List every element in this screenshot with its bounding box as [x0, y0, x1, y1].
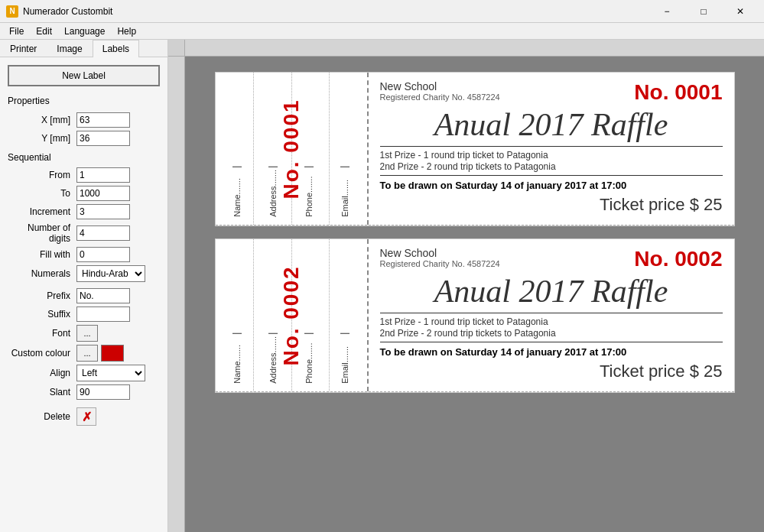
to-row: To [8, 186, 160, 201]
slant-label: Slant [8, 387, 76, 397]
fill-label: Fill with [8, 249, 76, 260]
sequential-title: Sequential [8, 152, 160, 163]
stub-field-name-2: Name....... [232, 333, 242, 384]
align-label: Align [8, 368, 76, 378]
minimize-button[interactable]: − [649, 0, 684, 23]
app-icon: N [6, 5, 18, 18]
svg-rect-1 [168, 57, 185, 532]
tab-printer[interactable]: Printer [0, 40, 47, 57]
ticket-main-2: New School Registered Charity No. 458722… [369, 239, 734, 391]
title-bar: N Numerador Custombit − □ ✕ [0, 0, 764, 23]
x-label: X [mm] [8, 115, 76, 125]
fill-input[interactable] [76, 247, 130, 262]
ticket-header-2: New School Registered Charity No. 458722… [380, 247, 723, 271]
canvas-inner: No. 0001 Name....... Address....... Phon… [185, 57, 764, 408]
slant-row: Slant [8, 384, 160, 400]
digits-label: Number of digits [8, 222, 76, 244]
title-bar-controls: − □ ✕ [649, 0, 758, 23]
close-button[interactable]: ✕ [723, 0, 758, 23]
ticket-gap [200, 226, 749, 238]
x-input[interactable] [76, 112, 130, 128]
align-select[interactable]: Left Center Right [76, 365, 145, 381]
digits-input[interactable] [76, 225, 130, 241]
tab-labels[interactable]: Labels [93, 40, 139, 57]
font-label: Font [8, 328, 76, 339]
ticket-2: No. 0002 Name....... Address....... Phon… [216, 239, 734, 392]
new-label-button[interactable]: New Label [8, 65, 160, 86]
delete-button[interactable]: ✗ [76, 407, 96, 426]
prefix-input[interactable] [76, 288, 130, 303]
prefix-row: Prefix [8, 288, 160, 303]
from-input[interactable] [76, 167, 130, 183]
ruler-vertical [168, 57, 185, 532]
colour-swatch [101, 345, 124, 362]
prefix-label: Prefix [8, 290, 76, 301]
menu-bar: File Edit Language Help [0, 23, 764, 40]
stub-field-address-2: Address....... [268, 333, 278, 384]
menu-edit[interactable]: Edit [30, 24, 58, 38]
colour-row: Custom colour ... [8, 345, 160, 362]
numerals-select[interactable]: Hindu-Arab Arabic Roman Thai [76, 265, 145, 282]
numerals-label: Numerals [8, 268, 76, 279]
stub-field-phone-1: Phone....... [304, 167, 314, 217]
stub-field-address-1: Address....... [268, 167, 278, 217]
panel-content: New Label Properties X [mm] Y [mm] Seque… [0, 57, 167, 532]
ticket-charity-2: Registered Charity No. 4587224 [380, 259, 500, 268]
font-button[interactable]: ... [76, 325, 98, 342]
to-label: To [8, 188, 76, 199]
ticket-stub-2: No. 0002 Name....... Address....... Phon… [216, 239, 369, 391]
menu-language[interactable]: Language [58, 24, 111, 38]
slant-input[interactable] [76, 384, 130, 400]
y-label: Y [mm] [8, 133, 76, 144]
app-title: Numerador Custombit [23, 6, 112, 17]
svg-rect-0 [185, 40, 764, 57]
ticket-prize1-2: 1st Prize - 1 round trip ticket to Patag… [380, 316, 723, 327]
stub-field-email-2: Email....... [340, 333, 349, 384]
suffix-input[interactable] [76, 307, 130, 322]
numerals-row: Numerals Hindu-Arab Arabic Roman Thai [8, 265, 160, 282]
from-row: From [8, 167, 160, 183]
stub-field-name-1: Name....... [232, 167, 242, 217]
font-row: Font ... [8, 325, 160, 342]
ticket-draw-1: To be drawn on Saturday 14 of january 20… [380, 180, 723, 191]
ticket-divider2-2 [380, 342, 723, 342]
stub-fields-1: Name....... Address....... Phone....... … [216, 167, 367, 217]
increment-row: Increment [8, 204, 160, 219]
tab-image[interactable]: Image [47, 40, 92, 57]
stub-field-email-1: Email....... [340, 167, 349, 217]
ticket-title-1: Anual 2017 Raffle [380, 106, 723, 143]
increment-input[interactable] [76, 204, 130, 219]
right-panel: No. 0001 Name....... Address....... Phon… [168, 40, 764, 532]
colour-label: Custom colour [8, 348, 76, 358]
canvas-area: No. 0001 Name....... Address....... Phon… [185, 57, 764, 532]
ticket-price-1: Ticket price $ 25 [380, 195, 723, 215]
ticket-container-2: No. 0002 Name....... Address....... Phon… [215, 238, 735, 393]
increment-label: Increment [8, 206, 76, 217]
stub-field-phone-2: Phone....... [304, 333, 314, 384]
menu-help[interactable]: Help [111, 24, 142, 38]
ticket-divider2-1 [380, 175, 723, 176]
maximize-button[interactable]: □ [686, 0, 721, 23]
ticket-charity-1: Registered Charity No. 4587224 [380, 92, 500, 102]
delete-x-icon: ✗ [82, 410, 92, 424]
suffix-label: Suffix [8, 309, 76, 320]
ticket-org-2: New School [380, 247, 500, 259]
colour-button[interactable]: ... [76, 345, 98, 362]
ticket-org-info-1: New School Registered Charity No. 458722… [380, 80, 500, 102]
ticket-main-1: New School Registered Charity No. 458722… [369, 73, 734, 225]
menu-file[interactable]: File [3, 24, 30, 38]
x-row: X [mm] [8, 112, 160, 128]
tabs: Printer Image Labels [0, 40, 167, 57]
align-row: Align Left Center Right [8, 365, 160, 381]
delete-row: Delete ✗ [8, 407, 160, 426]
to-input[interactable] [76, 186, 130, 201]
y-input[interactable] [76, 131, 130, 146]
from-label: From [8, 170, 76, 180]
properties-title: Properties [8, 96, 160, 106]
ticket-prize2-2: 2nd Prize - 2 round trip tickets to Pata… [380, 328, 723, 339]
ticket-number-2: No. 0002 [634, 247, 722, 271]
title-bar-left: N Numerador Custombit [6, 5, 112, 18]
main-layout: Printer Image Labels New Label Propertie… [0, 40, 764, 532]
left-panel: Printer Image Labels New Label Propertie… [0, 40, 168, 532]
ticket-title-2: Anual 2017 Raffle [380, 273, 723, 310]
